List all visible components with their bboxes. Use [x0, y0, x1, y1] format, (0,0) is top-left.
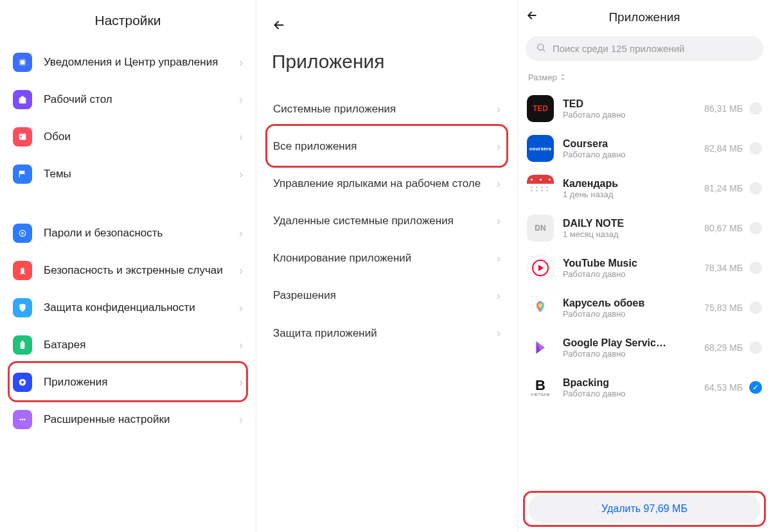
chevron-right-icon: › [497, 103, 501, 116]
chevron-right-icon: › [497, 326, 501, 340]
settings-row[interactable]: Защита конфиденциальности › [9, 289, 247, 326]
apps-menu-label: Удаленные системные приложения [273, 214, 497, 228]
app-icon: coursera [527, 135, 554, 162]
svg-rect-9 [22, 341, 24, 342]
app-subtext: Работало давно [563, 309, 704, 319]
app-checkbox[interactable] [749, 222, 762, 235]
app-checkbox[interactable] [749, 341, 762, 354]
settings-row[interactable]: Темы › [9, 155, 247, 193]
app-name: Coursera [563, 138, 704, 150]
app-icon [527, 334, 554, 361]
chevron-right-icon: › [239, 93, 243, 107]
apps-menu-row[interactable]: Защита приложений › [268, 315, 506, 352]
app-icon: TED [527, 95, 554, 122]
chevron-right-icon: › [239, 56, 243, 69]
app-row[interactable]: Google Play Servic… Работало давно 68,29… [526, 328, 763, 368]
settings-row-label: Безопасность и экстренные случаи [44, 263, 239, 277]
settings-row-label: Рабочий стол [44, 93, 239, 106]
apps-menu-row[interactable]: Клонирование приложений › [268, 240, 506, 277]
app-size: 75,83 МБ [704, 303, 743, 313]
sort-icon [560, 73, 566, 82]
settings-row[interactable]: Расширенные настройки › [9, 401, 247, 438]
app-size: 81,24 МБ [704, 183, 743, 193]
settings-row-label: Расширенные настройки [44, 412, 239, 426]
settings-row[interactable]: Рабочий стол › [9, 81, 247, 118]
settings-title: Настройки [9, 13, 247, 28]
app-name: DAILY NOTE [563, 218, 704, 229]
settings-row-label: Пароли и безопасность [44, 226, 239, 240]
app-checkbox[interactable] [749, 262, 762, 274]
app-checkbox[interactable] [749, 102, 762, 115]
apps-menu-panel: Приложения Системные приложения ›Все при… [256, 0, 517, 532]
settings-row[interactable]: Уведомления и Центр управления › [9, 44, 247, 81]
settings-row-icon [13, 224, 32, 243]
settings-row[interactable]: Батарея › [9, 326, 247, 364]
app-subtext: Работало давно [563, 389, 704, 398]
app-name: Google Play Servic… [563, 337, 704, 349]
app-subtext: 1 месяц назад [563, 229, 704, 239]
svg-rect-7 [20, 273, 25, 274]
settings-row-icon [13, 261, 32, 280]
settings-row-icon [13, 53, 32, 72]
app-checkbox[interactable] [749, 182, 762, 195]
svg-point-5 [21, 232, 23, 234]
settings-row[interactable]: Обои › [9, 118, 247, 155]
back-button[interactable] [272, 17, 506, 37]
app-name: YouTube Music [563, 258, 704, 269]
apps-menu-row[interactable]: Управление ярлыками на рабочем столе › [268, 165, 506, 202]
settings-row-label: Уведомления и Центр управления [44, 55, 239, 69]
app-icon [527, 294, 554, 321]
apps-menu-title: Приложения [272, 51, 506, 73]
settings-row-label: Обои [44, 130, 239, 143]
sort-selector[interactable]: Размер [526, 70, 763, 89]
chevron-right-icon: › [239, 264, 243, 278]
apps-menu-row[interactable]: Системные приложения › [268, 91, 506, 128]
settings-row[interactable]: Пароли и безопасность › [9, 215, 247, 252]
app-row[interactable]: DN DAILY NOTE 1 месяц назад 80,67 МБ [526, 208, 763, 248]
app-icon: DN [527, 215, 554, 242]
app-row[interactable]: Календарь 1 день назад 81,24 МБ [526, 168, 763, 208]
svg-point-3 [21, 136, 22, 137]
apps-menu-row[interactable]: Удаленные системные приложения › [268, 202, 506, 240]
app-checkbox[interactable] [749, 142, 762, 155]
svg-rect-1 [21, 60, 25, 65]
app-row[interactable]: coursera Coursera Работало давно 82,84 М… [526, 129, 763, 168]
svg-rect-2 [19, 134, 26, 139]
search-input[interactable]: Поиск среди 125 приложений [526, 36, 763, 61]
back-button[interactable] [526, 9, 545, 26]
apps-list-panel: Приложения Поиск среди 125 приложений Ра… [517, 0, 771, 532]
chevron-right-icon: › [239, 339, 243, 352]
chevron-right-icon: › [239, 413, 243, 427]
svg-point-16 [538, 304, 542, 308]
apps-menu-row[interactable]: Разрешения › [268, 277, 506, 314]
app-size: 64,53 МБ [704, 382, 743, 393]
app-checkbox[interactable] [749, 301, 762, 314]
chevron-right-icon: › [239, 301, 243, 315]
svg-rect-6 [21, 268, 24, 273]
app-row[interactable]: TED TED Работало давно 86,31 МБ [526, 89, 763, 129]
app-subtext: 1 день назад [563, 190, 704, 199]
app-row[interactable]: Карусель обоев Работало давно 75,83 МБ [526, 288, 763, 328]
chevron-right-icon: › [239, 168, 243, 181]
app-size: 86,31 МБ [704, 103, 743, 114]
svg-rect-8 [21, 342, 25, 349]
app-row[interactable]: B VIETNAM Bpacking Работало давно 64,53 … [526, 368, 763, 407]
apps-menu-label: Клонирование приложений [273, 251, 497, 265]
app-size: 68,29 МБ [704, 342, 743, 353]
settings-row-label: Защита конфиденциальности [44, 301, 239, 314]
search-icon [536, 42, 546, 55]
apps-list-title: Приложения [545, 10, 744, 24]
settings-row-label: Батарея [44, 338, 239, 351]
app-subtext: Работало давно [563, 269, 704, 279]
app-row[interactable]: YouTube Music Работало давно 78,34 МБ [526, 248, 763, 288]
svg-point-14 [24, 419, 26, 421]
app-size: 82,84 МБ [704, 143, 743, 154]
app-subtext: Работало давно [563, 349, 704, 359]
app-checkbox[interactable]: ✓ [749, 381, 762, 394]
chevron-right-icon: › [239, 227, 243, 240]
app-icon: B VIETNAM [527, 374, 554, 401]
app-subtext: Работало давно [563, 110, 704, 120]
search-placeholder: Поиск среди 125 приложений [553, 43, 684, 54]
settings-row[interactable]: Безопасность и экстренные случаи › [9, 252, 247, 289]
apps-menu-label: Защита приложений [273, 326, 497, 341]
